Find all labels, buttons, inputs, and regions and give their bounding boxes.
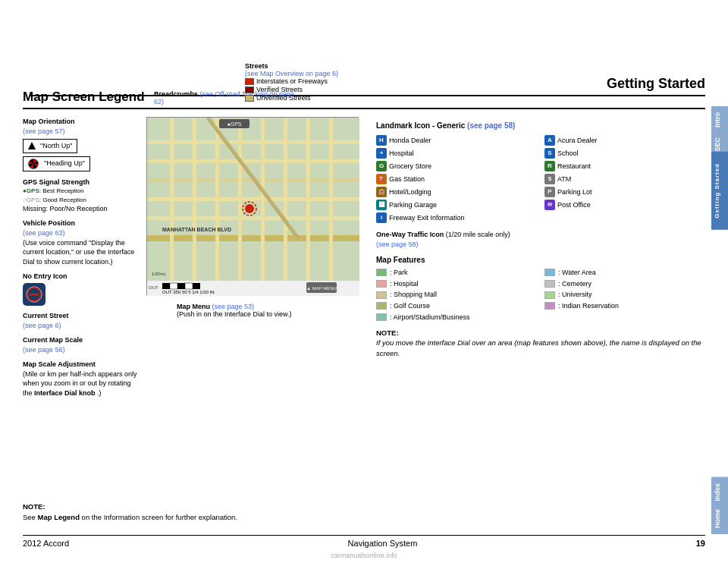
landmark-school: S School [544,147,705,159]
svg-rect-30 [193,283,200,289]
landmark-restaurant: R Restaurant [544,160,705,172]
no-entry-block: No Entry Icon [23,272,140,306]
footer-page-number: 19 [696,539,705,548]
streets-annotation: Streets (see Map Overview on page 6) Int… [245,62,366,102]
landmark-parking-garage: 🅿 Parking Garage [376,199,537,211]
page-footer: 2012 Accord Navigation System 19 [23,535,705,548]
feature-cemetery: : Cemetery [544,279,705,289]
page-title: Getting Started [607,76,705,91]
svg-text:OUT: OUT [149,285,158,290]
one-way-section: One-Way Traffic Icon (1/20 mile scale on… [376,230,705,249]
feature-airport: : Airport/Stadium/Business [376,313,705,322]
current-street-block: Current Street (see page 6) [23,311,140,330]
landmark-parking-lot: P Parking Lot [544,186,705,198]
feature-grid: : Park : Water Area : Hospital : Cemeter… [376,268,705,322]
landmark-atm: $ ATM [544,173,705,185]
svg-text:▲ MAP MENU: ▲ MAP MENU [306,286,337,291]
svg-point-22 [245,204,254,213]
svg-rect-27 [170,283,177,289]
map-column: Breadcrumbs (see Off-road Tracking on pa… [146,117,370,295]
landmark-section: Landmark Icon - Generic (see page 58) H … [376,121,705,224]
map-menu-annotation: Map Menu (see page 53) (Push in on the I… [177,303,328,318]
svg-rect-14 [261,118,265,281]
landmark-freeway-exit: i Freeway Exit Information [376,212,705,224]
feature-park: : Park [376,268,537,278]
svg-rect-28 [177,283,185,289]
map-orientation-block: Map Orientation (see page 57) "North Up"… [23,117,140,172]
svg-rect-12 [215,118,219,281]
svg-rect-29 [185,283,193,289]
svg-rect-26 [162,283,170,289]
footer-year: 2012 Accord [23,539,69,548]
getting-started-tab[interactable]: Getting Started [711,152,728,230]
landmark-hotel: 🏨 Hotel/Lodging [376,186,537,198]
svg-rect-9 [147,235,359,241]
intro-tab[interactable]: Intro [711,106,728,134]
landmark-grid: H Honda Dealer A Acura Dealer + Hospital… [376,134,705,224]
feature-shopping: : Shopping Mall [376,290,537,300]
svg-rect-16 [306,118,310,281]
feature-water: : Water Area [544,268,705,278]
map-scale-adjustment-block: Map Scale Adjustment (Mile or km per hal… [23,360,140,398]
landmark-post-office: ✉ Post Office [544,199,705,211]
svg-text:●GPS: ●GPS [227,121,241,127]
landmark-honda: H Honda Dealer [376,134,537,146]
right-note: NOTE: If you move the Interface Dial ove… [376,328,705,358]
gps-signal-block: GPS Signal Strength ●GPS: Best Reception… [23,178,140,214]
svg-rect-13 [238,118,242,281]
landmark-grocery: G Grocery Store [376,160,537,172]
svg-rect-8 [147,216,359,220]
feature-golf: : Golf Course [376,301,537,311]
current-map-scale-block: Current Map Scale (see page 56) [23,335,140,354]
svg-rect-7 [147,197,359,201]
svg-rect-4 [147,140,359,144]
no-entry-icon [23,283,140,306]
left-annotations: Map Orientation (see page 57) "North Up"… [23,117,140,404]
footer-nav-system: Navigation System [348,539,418,548]
feature-hospital: : Hospital [376,279,537,289]
home-tab[interactable]: Home [711,503,728,534]
landmark-gas: ⛽ Gas Station [376,173,537,185]
landmark-hospital: + Hospital [376,147,537,159]
landmark-acura: A Acura Dealer [544,134,705,146]
svg-rect-10 [170,118,174,281]
svg-text:MANHATTAN BEACH BLVD: MANHATTAN BEACH BLVD [162,227,231,232]
right-annotations: Landmark Icon - Generic (see page 58) H … [376,117,705,358]
vehicle-position-block: Vehicle Position (see page 63) (Use voic… [23,219,140,266]
feature-indian: : Indian Reservation [544,301,705,311]
bottom-note-left: NOTE: See Map Legend on the Information … [23,502,349,521]
svg-rect-17 [329,118,333,281]
svg-text:1/20mi: 1/20mi [152,272,165,276]
map-display: MANHATTAN BEACH BLVD ●GPS 1/20mi [146,117,359,295]
svg-rect-5 [147,159,359,163]
svg-text:OUT 350  50   5   1/4  1/20 IN: OUT 350 50 5 1/4 1/20 IN [162,290,215,294]
svg-rect-15 [284,118,287,281]
svg-rect-11 [193,118,196,281]
feature-university: : University [544,290,705,300]
svg-rect-2 [30,294,39,296]
watermark: carmanualsonline.info [331,552,397,559]
map-features-section: Map Features : Park : Water Area : Hospi… [376,255,705,322]
